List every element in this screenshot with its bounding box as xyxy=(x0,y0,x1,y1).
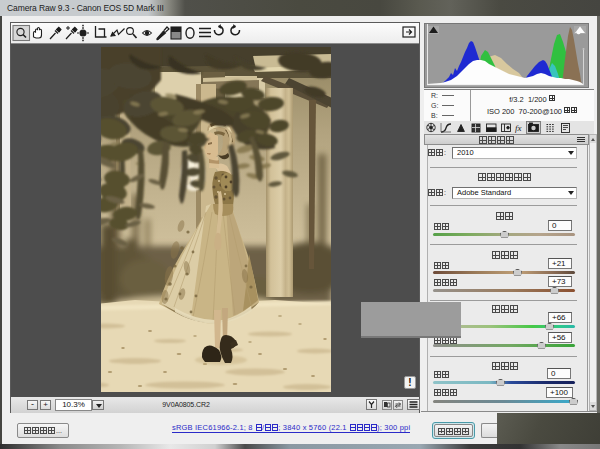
svg-text:fx: fx xyxy=(515,123,522,133)
